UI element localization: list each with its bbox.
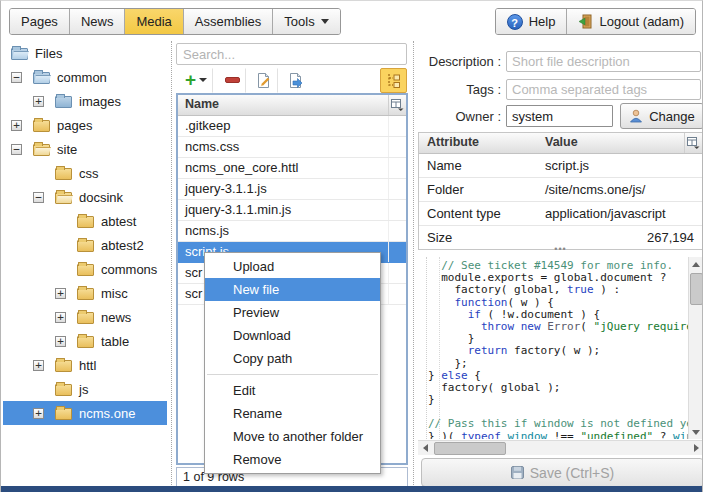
tree-item-files[interactable]: Files <box>3 41 167 65</box>
tree-item-table[interactable]: +table <box>3 329 167 353</box>
change-owner-button[interactable]: Change <box>620 103 703 129</box>
menu-item-rename[interactable]: Rename <box>205 402 380 425</box>
remove-file-button[interactable] <box>219 68 246 93</box>
tree-item-site[interactable]: −site <box>3 137 167 161</box>
tree-item-httl[interactable]: +httl <box>3 353 167 377</box>
column-picker-button[interactable] <box>388 95 406 115</box>
tree-item-common[interactable]: −common <box>3 65 167 89</box>
file-row-jquery-3-1-1-min-js[interactable]: jquery-3.1.1.min.js <box>178 200 406 221</box>
move-file-button[interactable] <box>282 68 310 93</box>
code-token: true <box>567 283 594 296</box>
tree-item-css[interactable]: css <box>3 161 167 185</box>
file-name: jquery-3.1.1.min.js <box>178 200 388 220</box>
arrow-down-icon <box>692 430 700 435</box>
menu-item-move-to-another-folder[interactable]: Move to another folder <box>205 425 380 448</box>
folder-icon <box>33 72 50 84</box>
tree-item-news[interactable]: +news <box>3 305 167 329</box>
tab-tools[interactable]: Tools <box>273 9 339 34</box>
tree-item-label: misc <box>101 286 128 301</box>
scroll-left-button[interactable] <box>418 441 432 455</box>
tree-item-abtest[interactable]: abtest <box>3 209 167 233</box>
tree-item-js[interactable]: js <box>3 377 167 401</box>
menu-item-upload[interactable]: Upload <box>205 255 380 278</box>
file-context-menu: UploadNew filePreviewDownloadCopy pathEd… <box>204 252 381 474</box>
help-button[interactable]: ? Help <box>496 9 568 34</box>
value-column-header[interactable]: Value <box>537 133 684 153</box>
scroll-right-button[interactable] <box>689 441 703 455</box>
expand-icon[interactable]: + <box>33 408 44 419</box>
tab-label: Pages <box>21 14 58 29</box>
folder-icon <box>55 384 72 396</box>
code-token <box>501 430 508 439</box>
code-token: window <box>508 430 548 439</box>
file-row-gitkeep[interactable]: .gitkeep <box>178 116 406 137</box>
tags-field[interactable] <box>506 79 701 100</box>
tree-item-abtest2[interactable]: abtest2 <box>3 233 167 257</box>
search-input[interactable] <box>176 43 407 65</box>
expand-icon[interactable]: + <box>55 312 66 323</box>
code-token: // Pass this if window is not defined ye… <box>428 417 700 430</box>
editor-splitter[interactable]: ••• <box>418 244 703 256</box>
expand-icon[interactable]: + <box>33 360 44 371</box>
tree-item-label: news <box>101 310 131 325</box>
horizontal-scroll-thumb[interactable] <box>434 442 506 455</box>
add-file-button[interactable]: + <box>179 68 213 93</box>
tree-item-commons[interactable]: commons <box>3 257 167 281</box>
edit-file-button[interactable] <box>250 68 278 93</box>
owner-field[interactable] <box>506 105 613 127</box>
save-button[interactable]: Save (Ctrl+S) <box>421 458 703 487</box>
tab-pages[interactable]: Pages <box>10 9 70 34</box>
code-token: ( !w.document ) { <box>481 308 600 321</box>
menu-item-download[interactable]: Download <box>205 324 380 347</box>
expand-icon[interactable]: + <box>55 288 66 299</box>
menu-item-copy-path[interactable]: Copy path <box>205 347 380 370</box>
tree-splitter[interactable] <box>167 41 176 487</box>
scroll-down-button[interactable] <box>689 425 703 439</box>
file-row-ncms-js[interactable]: ncms.js <box>178 221 406 242</box>
code-token: } <box>428 369 441 382</box>
menu-item-preview[interactable]: Preview <box>205 301 380 324</box>
file-row-jquery-3-1-1-js[interactable]: jquery-3.1.1.js <box>178 179 406 200</box>
menu-item-new-file[interactable]: New file <box>205 278 380 301</box>
file-row-ncms-css[interactable]: ncms.css <box>178 137 406 158</box>
tree-item-misc[interactable]: +misc <box>3 281 167 305</box>
menu-item-edit[interactable]: Edit <box>205 379 380 402</box>
tree-item-pages[interactable]: +pages <box>3 113 167 137</box>
collapse-icon[interactable]: − <box>11 144 22 155</box>
horizontal-scrollbar[interactable] <box>418 440 703 455</box>
attribute-name: Folder <box>419 178 537 201</box>
code-token: ) : <box>594 283 621 296</box>
tree-item-label: ncms.one <box>79 406 135 421</box>
collapse-icon[interactable]: − <box>11 72 22 83</box>
tab-news[interactable]: News <box>70 9 126 34</box>
expand-icon[interactable]: + <box>55 336 66 347</box>
expand-icon[interactable]: + <box>33 96 44 107</box>
collapse-icon[interactable]: − <box>33 192 44 203</box>
tree-item-ncms-one[interactable]: +ncms.one <box>3 401 167 425</box>
file-row-ncms-one-core-httl[interactable]: ncms_one_core.httl <box>178 158 406 179</box>
code-editor[interactable]: // See ticket #14549 for more info. modu… <box>418 257 703 439</box>
tab-assemblies[interactable]: Assemblies <box>184 9 273 34</box>
code-token: "jQuery requires <box>594 320 700 333</box>
menu-item-remove[interactable]: Remove <box>205 448 380 471</box>
list-splitter[interactable] <box>409 41 418 487</box>
folder-icon <box>77 216 94 228</box>
description-field[interactable] <box>506 51 701 72</box>
vertical-scroll-thumb[interactable] <box>690 273 703 305</box>
tree-item-images[interactable]: +images <box>3 89 167 113</box>
logout-button[interactable]: Logout (adam) <box>567 9 695 34</box>
tree-item-label: docsink <box>79 190 123 205</box>
tree-item-docsink[interactable]: −docsink <box>3 185 167 209</box>
scroll-up-button[interactable] <box>689 257 703 271</box>
attr-row-content-type: Content typeapplication/javascript <box>419 202 702 226</box>
attribute-column-header[interactable]: Attribute <box>419 133 537 153</box>
tree-mode-toggle-button[interactable] <box>380 68 407 93</box>
expand-icon[interactable]: + <box>11 120 22 131</box>
folder-icon <box>77 240 94 252</box>
tab-media[interactable]: Media <box>125 9 183 34</box>
attr-column-picker-button[interactable] <box>684 133 702 153</box>
vertical-scrollbar[interactable] <box>688 257 703 439</box>
main-tabs: PagesNewsMediaAssembliesTools <box>9 8 341 35</box>
attr-row-folder: Folder/site/ncms.one/js/ <box>419 178 702 202</box>
name-column-header[interactable]: Name <box>178 95 388 115</box>
